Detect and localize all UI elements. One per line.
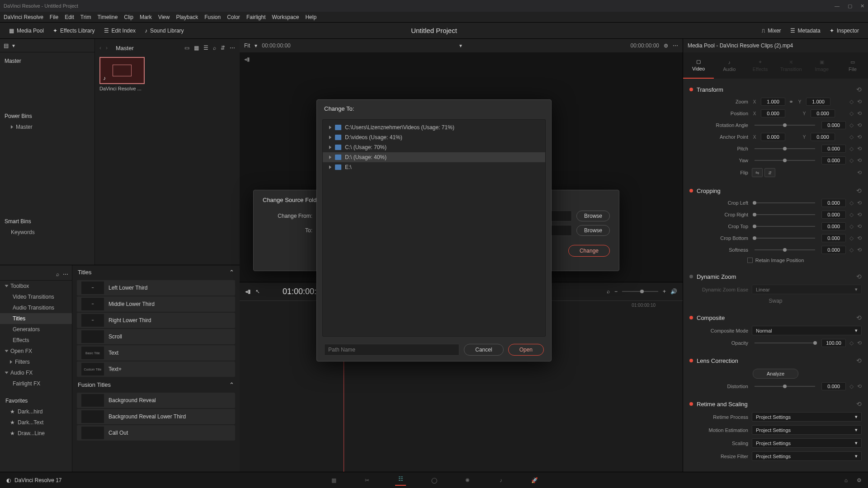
zoom-x-input[interactable]: 1.000 [761,98,785,106]
menu-playback[interactable]: Playback [176,14,198,20]
menu-fairlight[interactable]: Fairlight [246,14,266,20]
softness-input[interactable]: 0.000 [821,246,846,254]
fav-1[interactable]: ★ Dark...hird [0,406,72,417]
tree-openfx[interactable]: Open FX [0,346,72,357]
menu-edit[interactable]: Edit [65,14,74,20]
cancel-button[interactable]: Cancel [464,344,503,356]
media-pool-button[interactable]: ▦ Media Pool [5,26,48,36]
transform-header[interactable]: Transform [697,86,853,93]
title-item[interactable]: Background Reveal Lower Third [77,409,235,424]
scaling-select[interactable]: Project Settings▾ [752,438,862,448]
menu-workspace[interactable]: Workspace [272,14,299,20]
crop-right-input[interactable]: 0.000 [821,211,846,219]
breadcrumb-master[interactable]: Master [112,44,137,52]
tree-item[interactable]: C:\Users\Lizenznehmer\Videos (Usage: 71%… [323,122,545,132]
fit-dropdown[interactable]: Fit [244,42,250,49]
rotation-input[interactable]: 0.000 [821,121,846,129]
sound-library-button[interactable]: ♪ Sound Library [140,26,189,36]
pos-x-input[interactable]: 0.000 [761,109,785,117]
clip-item[interactable]: ♪ DaVinci Resolve ... [99,57,235,91]
menu-fusion[interactable]: Fusion [204,14,221,20]
sort-icon[interactable]: ⇵ [221,45,225,51]
title-item[interactable]: Custom TitleText+ [77,361,235,377]
page-fusion[interactable]: ◯ [429,475,439,486]
page-media[interactable]: ▦ [328,475,339,486]
viewer-more-icon[interactable]: ⋯ [673,42,678,49]
retime-process-select[interactable]: Project Settings▾ [752,412,862,422]
nav-back-icon[interactable]: ‹ [99,45,101,51]
title-item[interactable]: Background Reveal [77,393,235,408]
reset-icon[interactable]: ⟲ [856,86,862,93]
retime-header[interactable]: Retime and Scaling [697,401,853,408]
motion-est-select[interactable]: Project Settings▾ [752,425,862,435]
analyze-button[interactable]: Analyze [753,369,798,379]
search-icon[interactable]: ⌕ [213,45,216,51]
zoom-out-icon[interactable]: − [614,288,618,295]
keyframe-icon[interactable]: ◇ [849,99,854,105]
page-deliver[interactable]: 🚀 [529,475,540,486]
page-cut[interactable]: ✂ [362,475,373,486]
tree-item-selected[interactable]: D:\ (Usage: 40%) [323,152,545,162]
composite-header[interactable]: Composite [697,314,853,321]
pointer-tool-icon[interactable]: ↖ [255,288,260,295]
menu-davinci[interactable]: DaVinci Resolve [4,14,43,20]
open-button[interactable]: Open [508,344,544,356]
tree-effects[interactable]: Effects [0,335,72,346]
menu-file[interactable]: File [50,14,58,20]
inspector-button[interactable]: ✦ Inspector [825,26,863,36]
title-item[interactable]: Basic TitleText [77,345,235,361]
tree-video-transitions[interactable]: Video Transitions [0,291,72,302]
menu-mark[interactable]: Mark [140,14,152,20]
title-item[interactable]: ━Right Lower Third [77,313,235,328]
path-name-input[interactable] [324,344,459,356]
tree-item[interactable]: D:\videos (Usage: 41%) [323,132,545,142]
tree-audio-transitions[interactable]: Audio Transitions [0,302,72,313]
page-edit[interactable]: ☷ [395,475,406,486]
speaker-icon[interactable]: 🔊 [670,288,677,295]
viewer-dropdown-icon[interactable]: ▾ [459,42,462,49]
title-item[interactable]: ━Left Lower Third [77,280,235,296]
menu-clip[interactable]: Clip [124,14,133,20]
tree-fairlightfx[interactable]: Fairlight FX [0,378,72,389]
bin-dropdown-icon[interactable]: ▾ [12,42,15,49]
step-back-icon[interactable]: ◂▮ [240,52,683,66]
resize-filter-select[interactable]: Project Settings▾ [752,451,862,461]
view-list-icon[interactable]: ☰ [203,45,208,51]
tab-file[interactable]: ▭File [837,52,868,79]
cropping-header[interactable]: Cropping [697,188,853,194]
tab-video[interactable]: ▢Video [683,52,714,79]
collapse-icon[interactable]: ⌃ [229,269,234,276]
yaw-input[interactable]: 0.000 [821,156,846,164]
tree-item[interactable]: C:\ (Usage: 70%) [323,142,545,152]
gear-icon[interactable]: ⚙ [857,477,862,483]
menu-trim[interactable]: Trim [80,14,91,20]
home-icon[interactable]: ⌂ [844,477,848,483]
zoom-search-icon[interactable]: ⌕ [607,288,610,295]
ease-select[interactable]: Linear▾ [752,285,862,294]
menu-timeline[interactable]: Timeline [97,14,118,20]
timeline-tool-icon[interactable]: ◂▮ [245,288,251,295]
anchor-y-input[interactable]: 0.000 [811,133,835,141]
tab-audio[interactable]: ♪Audio [714,52,745,79]
menu-view[interactable]: View [158,14,170,20]
edit-index-button[interactable]: ☰ Edit Index [99,26,140,36]
effects-library-button[interactable]: ✦ Effects Library [48,26,99,36]
distortion-input[interactable]: 0.000 [821,382,846,390]
pitch-input[interactable]: 0.000 [821,145,846,153]
flip-h-button[interactable]: ⇋ [752,168,763,177]
menu-help[interactable]: Help [305,14,316,20]
browse-to-button[interactable]: Browse [576,225,610,236]
fav-2[interactable]: ★ Dark...Text [0,417,72,428]
menu-color[interactable]: Color [227,14,240,20]
nav-fwd-icon[interactable]: › [106,45,108,51]
metadata-button[interactable]: ☰ Metadata [786,26,825,36]
view-strip-icon[interactable]: ▭ [184,45,189,51]
title-item[interactable]: Scroll [77,329,235,344]
power-bin-master[interactable]: Master [5,121,90,133]
tree-item[interactable]: E:\ [323,162,545,172]
page-color[interactable]: ✺ [462,475,473,486]
tree-generators[interactable]: Generators [0,324,72,335]
title-item[interactable]: ━Middle Lower Third [77,296,235,312]
zoom-y-input[interactable]: 1.000 [806,98,830,106]
maximize-icon[interactable]: ▢ [848,3,852,9]
